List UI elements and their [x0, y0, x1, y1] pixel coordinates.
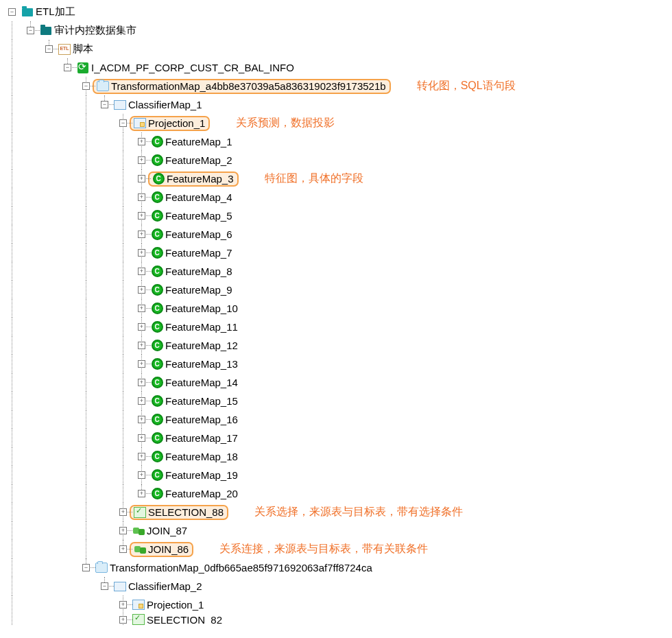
toggle-icon[interactable]: −	[82, 564, 90, 571]
toggle-icon[interactable]: +	[138, 231, 145, 238]
toggle-icon[interactable]: +	[138, 305, 145, 312]
tree-node-feature-map[interactable]: +CFeatureMap_13	[3, 355, 672, 373]
toggle-icon[interactable]: −	[101, 582, 108, 590]
tree-node-label: 脚本	[72, 43, 94, 56]
toggle-icon[interactable]: +	[138, 212, 145, 220]
tree-node-feature-map[interactable]: +CFeatureMap_10	[3, 299, 672, 318]
toggle-icon[interactable]: +	[138, 453, 145, 460]
tree-node-feature-map[interactable]: +CFeatureMap_4	[3, 188, 672, 206]
tree-node-feature-map[interactable]: +CFeatureMap_19	[3, 466, 672, 484]
tree-node-join[interactable]: + JOIN_87	[3, 521, 672, 540]
toggle-icon[interactable]: +	[138, 397, 145, 405]
toggle-icon[interactable]: −	[101, 101, 108, 108]
tree-node-label: FeatureMap_15	[165, 395, 239, 407]
toggle-icon[interactable]: −	[82, 82, 90, 90]
toggle-icon[interactable]: +	[138, 268, 145, 275]
toggle-icon[interactable]: +	[138, 490, 145, 497]
toggle-icon[interactable]: +	[138, 360, 145, 368]
tree-node-label: JOIN_86	[147, 543, 189, 555]
tree-node-projection[interactable]: − Projection_1 关系预测，数据投影	[3, 114, 672, 132]
tree-node-feature-map[interactable]: +CFeatureMap_8	[3, 262, 672, 281]
feature-icon: C	[151, 136, 163, 148]
tree-node-label: SELECTION_88	[147, 506, 224, 518]
tree-node-transformation-map[interactable]: − TransformationMap_a4bb8e37039a5a836319…	[3, 77, 672, 95]
toggle-icon[interactable]: −	[64, 64, 71, 71]
tree-node-selection[interactable]: + SELECTION_88 关系选择，来源表与目标表，带有选择条件	[3, 503, 672, 521]
toggle-icon[interactable]: +	[119, 545, 127, 553]
tree-node-feature-map[interactable]: +CFeatureMap_20	[3, 484, 672, 503]
toggle-icon[interactable]: −	[8, 8, 16, 16]
feature-icon: C	[151, 228, 163, 241]
toggle-icon[interactable]: +	[138, 156, 145, 164]
tree-node-label: FeatureMap_7	[165, 247, 233, 259]
tree-node-label: FeatureMap_20	[165, 488, 239, 499]
annotation-text: 关系连接，来源表与目标表，带有关联条件	[219, 542, 428, 556]
tree-node-job[interactable]: − I_ACDM_PF_CORP_CUST_CR_BAL_INFO	[3, 58, 672, 77]
projection-icon	[134, 117, 146, 130]
classifier-icon	[114, 99, 126, 111]
tree-node-label: FeatureMap_2	[165, 154, 233, 166]
tree-node-label: TransformationMap_0dfb665ae85f971692063a…	[109, 562, 373, 574]
toggle-icon[interactable]: +	[138, 175, 145, 182]
toggle-icon[interactable]: +	[138, 342, 145, 349]
tree-node-feature-map[interactable]: +CFeatureMap_15	[3, 392, 672, 410]
tree-node-label: ClassifierMap_2	[128, 580, 203, 592]
tree-node-projection[interactable]: + Projection_1	[3, 595, 672, 614]
toggle-icon[interactable]: +	[138, 286, 145, 294]
tree-node-feature-map[interactable]: +CFeatureMap_2	[3, 151, 672, 169]
tree-node-datamart[interactable]: − 审计内控数据集市	[3, 21, 672, 40]
tree-node-classifier-map[interactable]: − ClassifierMap_2	[3, 577, 672, 595]
folder-icon	[40, 25, 52, 37]
toggle-icon[interactable]: −	[119, 119, 127, 127]
toggle-icon[interactable]: +	[119, 616, 127, 624]
toggle-icon[interactable]: +	[138, 193, 145, 201]
annotation-text: 特征图，具体的字段	[265, 172, 363, 186]
tree-node-feature-map[interactable]: +CFeatureMap_9	[3, 281, 672, 299]
feature-icon: C	[151, 488, 163, 500]
tree-node-feature-map[interactable]: +CFeatureMap_14	[3, 373, 672, 392]
toggle-icon[interactable]: −	[27, 27, 34, 34]
tree-node-label: FeatureMap_18	[165, 451, 239, 462]
tree-node-script[interactable]: − ETL 脚本	[3, 40, 672, 58]
toggle-icon[interactable]: +	[138, 434, 145, 442]
highlight-box: TransformationMap_a4bb8e37039a5a83631902…	[93, 79, 391, 94]
feature-icon: C	[151, 321, 163, 333]
tree-node-label: TransformationMap_a4bb8e37039a5a83631902…	[110, 80, 387, 92]
toggle-icon[interactable]: +	[119, 601, 127, 609]
toggle-icon[interactable]: +	[138, 323, 145, 331]
tree-node-root[interactable]: − ETL加工	[3, 3, 672, 21]
toggle-icon[interactable]: +	[138, 471, 145, 479]
feature-icon: C	[151, 191, 163, 204]
tree-node-feature-map[interactable]: +CFeatureMap_16	[3, 410, 672, 429]
toggle-icon[interactable]: −	[45, 45, 53, 53]
feature-icon: C	[151, 284, 163, 296]
tree-node-feature-map[interactable]: +CFeatureMap_3特征图，具体的字段	[3, 169, 672, 188]
tree-node-feature-map[interactable]: +CFeatureMap_17	[3, 429, 672, 447]
tree-node-label: FeatureMap_14	[165, 377, 239, 388]
tree-node-transformation-map[interactable]: − TransformationMap_0dfb665ae85f97169206…	[3, 558, 672, 577]
projection-icon	[132, 599, 145, 611]
tree-node-label: SELECTION_82	[146, 614, 223, 625]
tree-node-feature-map[interactable]: +CFeatureMap_5	[3, 206, 672, 225]
tree-node-feature-map[interactable]: +CFeatureMap_6	[3, 225, 672, 244]
feature-icon: C	[152, 173, 165, 185]
toggle-icon[interactable]: +	[138, 416, 145, 423]
tree-node-classifier-map[interactable]: − ClassifierMap_1	[3, 95, 672, 114]
tree-node-label: FeatureMap_1	[165, 136, 233, 147]
tree-node-feature-map[interactable]: +CFeatureMap_12	[3, 336, 672, 355]
toggle-icon[interactable]: +	[138, 379, 145, 386]
tree-node-feature-map[interactable]: +CFeatureMap_18	[3, 447, 672, 466]
tree-node-selection[interactable]: + SELECTION_82	[3, 614, 672, 625]
toggle-icon[interactable]: +	[138, 249, 145, 257]
toggle-icon[interactable]: +	[138, 138, 145, 145]
tree-node-feature-map[interactable]: +CFeatureMap_7	[3, 244, 672, 262]
toggle-icon[interactable]: +	[119, 527, 127, 534]
tree-node-label: FeatureMap_3	[166, 173, 235, 185]
toggle-icon[interactable]: +	[119, 508, 127, 516]
tree-node-label: FeatureMap_5	[165, 210, 233, 222]
highlight-box: CFeatureMap_3	[148, 172, 239, 187]
tree-node-feature-map[interactable]: +CFeatureMap_11	[3, 318, 672, 336]
tree-node-join[interactable]: + JOIN_86 关系连接，来源表与目标表，带有关联条件	[3, 540, 672, 558]
feature-icon: C	[151, 340, 163, 352]
tree-node-feature-map[interactable]: +CFeatureMap_1	[3, 132, 672, 151]
